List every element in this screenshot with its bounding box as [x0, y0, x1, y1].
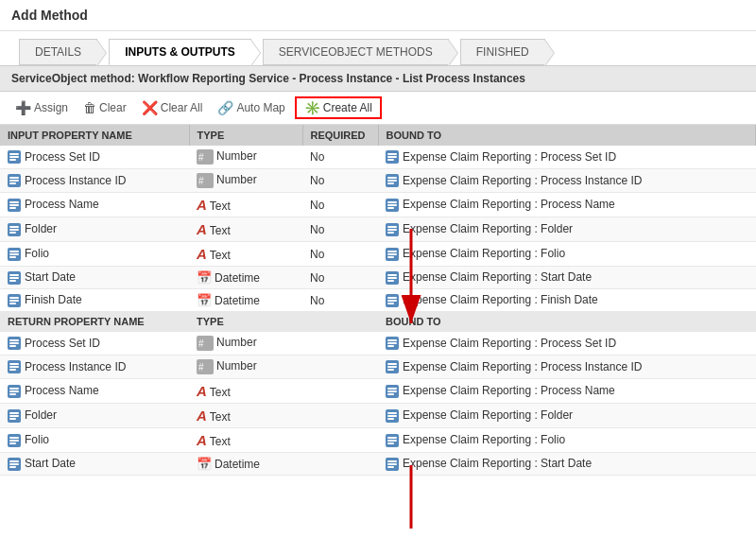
type-cell: 📅Datetime: [189, 289, 302, 312]
svg-rect-102: [387, 440, 397, 442]
property-icon: [8, 337, 21, 350]
svg-rect-45: [9, 274, 19, 276]
property-name-cell: Folio: [0, 242, 189, 267]
col-header-bound: BOUND TO: [378, 125, 756, 146]
col-header-type: TYPE: [189, 125, 302, 146]
svg-rect-54: [9, 300, 19, 302]
property-icon: [386, 385, 399, 398]
property-icon: [8, 409, 21, 423]
bound-to-cell: Expense Claim Reporting : Folio: [378, 242, 756, 267]
svg-rect-18: [387, 180, 397, 182]
properties-table: INPUT PROPERTY NAME TYPE REQUIRED BOUND …: [0, 125, 756, 476]
svg-rect-71: [9, 363, 19, 365]
svg-rect-109: [387, 460, 397, 462]
page-title: Add Method: [11, 8, 88, 23]
property-icon: [386, 434, 399, 447]
bound-to-cell: Expense Claim Reporting : Folder: [378, 217, 756, 242]
datetime-type-icon: 📅: [197, 293, 212, 307]
table-row[interactable]: Process Instance ID # NumberNo Expense C…: [0, 169, 756, 193]
service-header: ServiceObject method: Workflow Reporting…: [0, 65, 756, 92]
svg-rect-72: [9, 366, 19, 368]
property-icon: [386, 223, 399, 236]
table-row[interactable]: Process NameATextNo Expense Claim Report…: [0, 193, 756, 217]
type-cell: 📅Datetime: [189, 453, 302, 476]
bound-to-cell: Expense Claim Reporting : Process Set ID: [378, 146, 756, 169]
property-icon: [8, 223, 21, 236]
table-row[interactable]: FolioATextNo Expense Claim Reporting : F…: [0, 242, 756, 267]
clear-icon: 🗑: [83, 100, 96, 115]
svg-rect-21: [9, 201, 19, 203]
col-header-name: INPUT PROPERTY NAME: [0, 125, 189, 146]
required-cell: No: [302, 267, 378, 289]
table-row[interactable]: Start Date📅Datetime Expense Claim Report…: [0, 453, 756, 476]
table-row[interactable]: Process NameAText Expense Claim Reportin…: [0, 379, 756, 404]
table-row[interactable]: Process Set ID # NumberNo Expense Claim …: [0, 146, 756, 169]
table-row[interactable]: FolderATextNo Expense Claim Reporting : …: [0, 217, 756, 242]
svg-rect-8: [387, 156, 397, 158]
type-cell: # Number: [189, 169, 302, 193]
table-row[interactable]: Finish Date📅DatetimeNo Expense Claim Rep…: [0, 289, 756, 312]
type-cell: AText: [189, 217, 302, 242]
svg-rect-29: [9, 226, 19, 228]
svg-rect-23: [9, 207, 16, 209]
bound-to-cell: Expense Claim Reporting : Process Name: [378, 193, 756, 217]
return-section-header: RETURN PROPERTY NAME TYPE BOUND TO: [0, 312, 756, 332]
auto-map-button[interactable]: 🔗 Auto Map: [212, 98, 290, 117]
text-type-icon: A: [197, 432, 207, 448]
property-icon: [386, 174, 399, 187]
svg-rect-43: [387, 256, 394, 258]
text-type-icon: A: [197, 197, 207, 213]
assign-button[interactable]: ➕ Assign: [9, 98, 74, 117]
svg-rect-19: [387, 182, 394, 184]
tab-finished[interactable]: FINISHED: [460, 39, 545, 65]
svg-rect-27: [387, 207, 394, 209]
table-row[interactable]: Process Instance ID # Number Expense Cla…: [0, 356, 756, 379]
type-cell: AText: [189, 428, 302, 453]
return-header-type: TYPE: [189, 312, 302, 332]
svg-text:#: #: [198, 152, 204, 163]
svg-text:#: #: [198, 362, 204, 373]
tab-serviceobject-methods[interactable]: SERVICEOBJECT METHODS: [263, 39, 449, 65]
property-name-cell: Process Name: [0, 193, 189, 217]
table-container[interactable]: INPUT PROPERTY NAME TYPE REQUIRED BOUND …: [0, 125, 756, 529]
tab-inputs-outputs[interactable]: INPUTS & OUTPUTS: [109, 39, 251, 65]
bound-to-cell: Expense Claim Reporting : Process Instan…: [378, 169, 756, 193]
svg-rect-1: [9, 153, 19, 155]
property-name-cell: Folder: [0, 404, 189, 428]
create-all-button[interactable]: ✳️ Create All: [295, 96, 382, 119]
bound-to-cell: Expense Claim Reporting : Start Date: [378, 267, 756, 289]
svg-rect-9: [387, 159, 394, 161]
toolbar: ➕ Assign 🗑 Clear ❌ Clear All 🔗 Auto Map …: [0, 92, 756, 125]
col-header-required: REQUIRED: [302, 125, 378, 146]
svg-rect-99: [9, 442, 16, 444]
table-row[interactable]: FolderAText Expense Claim Reporting : Fo…: [0, 404, 756, 428]
property-icon: [8, 458, 21, 471]
svg-rect-85: [387, 388, 397, 390]
svg-rect-50: [387, 277, 397, 279]
type-cell: AText: [189, 379, 302, 404]
svg-rect-94: [387, 415, 397, 417]
property-name-cell: Process Set ID: [0, 146, 189, 169]
svg-rect-69: [387, 345, 394, 347]
text-type-icon: A: [197, 246, 207, 262]
tab-details[interactable]: DETAILS: [19, 39, 97, 65]
svg-rect-63: [9, 345, 16, 347]
svg-rect-17: [387, 177, 397, 179]
svg-rect-42: [387, 253, 397, 255]
required-cell: No: [302, 193, 378, 217]
number-type-icon: #: [197, 359, 214, 374]
clear-button[interactable]: 🗑 Clear: [77, 98, 132, 117]
return-header-name: RETURN PROPERTY NAME: [0, 312, 189, 332]
svg-rect-34: [387, 229, 397, 231]
svg-rect-31: [9, 232, 16, 234]
property-name-cell: Folder: [0, 217, 189, 242]
table-row[interactable]: Start Date📅DatetimeNo Expense Claim Repo…: [0, 267, 756, 289]
clear-all-button[interactable]: ❌ Clear All: [136, 98, 209, 117]
table-row[interactable]: Process Set ID # Number Expense Claim Re…: [0, 332, 756, 356]
svg-rect-51: [387, 280, 394, 282]
svg-rect-107: [9, 466, 16, 468]
required-cell: No: [302, 289, 378, 312]
svg-rect-13: [9, 182, 16, 184]
table-header-row: INPUT PROPERTY NAME TYPE REQUIRED BOUND …: [0, 125, 756, 146]
table-row[interactable]: FolioAText Expense Claim Reporting : Fol…: [0, 428, 756, 453]
